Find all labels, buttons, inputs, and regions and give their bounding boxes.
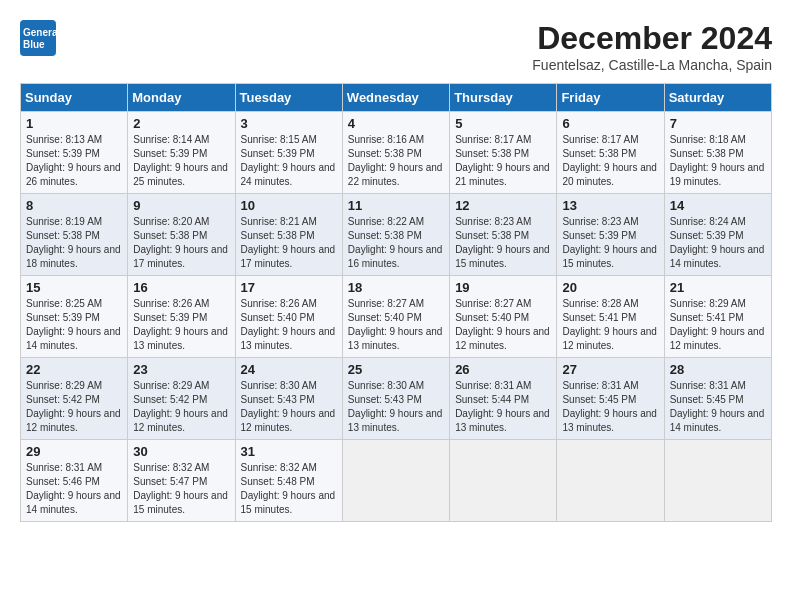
day-number: 21	[670, 280, 766, 295]
col-tuesday: Tuesday	[235, 84, 342, 112]
day-number: 24	[241, 362, 337, 377]
calendar-cell: 17 Sunrise: 8:26 AMSunset: 5:40 PMDaylig…	[235, 276, 342, 358]
calendar-cell: 4 Sunrise: 8:16 AMSunset: 5:38 PMDayligh…	[342, 112, 449, 194]
day-number: 29	[26, 444, 122, 459]
calendar-cell: 18 Sunrise: 8:27 AMSunset: 5:40 PMDaylig…	[342, 276, 449, 358]
cell-info: Sunrise: 8:27 AMSunset: 5:40 PMDaylight:…	[455, 297, 551, 353]
day-number: 28	[670, 362, 766, 377]
day-number: 11	[348, 198, 444, 213]
day-number: 30	[133, 444, 229, 459]
day-number: 20	[562, 280, 658, 295]
cell-info: Sunrise: 8:32 AMSunset: 5:48 PMDaylight:…	[241, 461, 337, 517]
calendar-cell: 2 Sunrise: 8:14 AMSunset: 5:39 PMDayligh…	[128, 112, 235, 194]
calendar-cell: 25 Sunrise: 8:30 AMSunset: 5:43 PMDaylig…	[342, 358, 449, 440]
day-number: 31	[241, 444, 337, 459]
col-wednesday: Wednesday	[342, 84, 449, 112]
calendar-week-2: 8 Sunrise: 8:19 AMSunset: 5:38 PMDayligh…	[21, 194, 772, 276]
cell-info: Sunrise: 8:17 AMSunset: 5:38 PMDaylight:…	[455, 133, 551, 189]
cell-info: Sunrise: 8:29 AMSunset: 5:42 PMDaylight:…	[26, 379, 122, 435]
col-sunday: Sunday	[21, 84, 128, 112]
calendar-cell: 13 Sunrise: 8:23 AMSunset: 5:39 PMDaylig…	[557, 194, 664, 276]
calendar-cell: 1 Sunrise: 8:13 AMSunset: 5:39 PMDayligh…	[21, 112, 128, 194]
calendar-table: Sunday Monday Tuesday Wednesday Thursday…	[20, 83, 772, 522]
day-number: 19	[455, 280, 551, 295]
day-number: 12	[455, 198, 551, 213]
location: Fuentelsaz, Castille-La Mancha, Spain	[532, 57, 772, 73]
calendar-week-5: 29 Sunrise: 8:31 AMSunset: 5:46 PMDaylig…	[21, 440, 772, 522]
calendar-cell: 7 Sunrise: 8:18 AMSunset: 5:38 PMDayligh…	[664, 112, 771, 194]
day-number: 18	[348, 280, 444, 295]
calendar-cell: 23 Sunrise: 8:29 AMSunset: 5:42 PMDaylig…	[128, 358, 235, 440]
calendar-cell: 28 Sunrise: 8:31 AMSunset: 5:45 PMDaylig…	[664, 358, 771, 440]
calendar-cell: 6 Sunrise: 8:17 AMSunset: 5:38 PMDayligh…	[557, 112, 664, 194]
svg-text:General: General	[23, 27, 56, 38]
cell-info: Sunrise: 8:28 AMSunset: 5:41 PMDaylight:…	[562, 297, 658, 353]
day-number: 27	[562, 362, 658, 377]
title-block: December 2024 Fuentelsaz, Castille-La Ma…	[532, 20, 772, 73]
col-thursday: Thursday	[450, 84, 557, 112]
calendar-cell: 14 Sunrise: 8:24 AMSunset: 5:39 PMDaylig…	[664, 194, 771, 276]
day-number: 16	[133, 280, 229, 295]
calendar-header-row: Sunday Monday Tuesday Wednesday Thursday…	[21, 84, 772, 112]
cell-info: Sunrise: 8:13 AMSunset: 5:39 PMDaylight:…	[26, 133, 122, 189]
calendar-cell: 31 Sunrise: 8:32 AMSunset: 5:48 PMDaylig…	[235, 440, 342, 522]
calendar-cell: 22 Sunrise: 8:29 AMSunset: 5:42 PMDaylig…	[21, 358, 128, 440]
day-number: 1	[26, 116, 122, 131]
page-header: General Blue December 2024 Fuentelsaz, C…	[20, 20, 772, 73]
calendar-cell: 24 Sunrise: 8:30 AMSunset: 5:43 PMDaylig…	[235, 358, 342, 440]
cell-info: Sunrise: 8:29 AMSunset: 5:42 PMDaylight:…	[133, 379, 229, 435]
cell-info: Sunrise: 8:25 AMSunset: 5:39 PMDaylight:…	[26, 297, 122, 353]
calendar-week-3: 15 Sunrise: 8:25 AMSunset: 5:39 PMDaylig…	[21, 276, 772, 358]
day-number: 26	[455, 362, 551, 377]
cell-info: Sunrise: 8:26 AMSunset: 5:40 PMDaylight:…	[241, 297, 337, 353]
calendar-cell: 21 Sunrise: 8:29 AMSunset: 5:41 PMDaylig…	[664, 276, 771, 358]
calendar-cell: 19 Sunrise: 8:27 AMSunset: 5:40 PMDaylig…	[450, 276, 557, 358]
day-number: 15	[26, 280, 122, 295]
calendar-cell: 15 Sunrise: 8:25 AMSunset: 5:39 PMDaylig…	[21, 276, 128, 358]
cell-info: Sunrise: 8:31 AMSunset: 5:46 PMDaylight:…	[26, 461, 122, 517]
day-number: 17	[241, 280, 337, 295]
calendar-cell: 30 Sunrise: 8:32 AMSunset: 5:47 PMDaylig…	[128, 440, 235, 522]
day-number: 25	[348, 362, 444, 377]
logo: General Blue	[20, 20, 56, 56]
day-number: 7	[670, 116, 766, 131]
calendar-cell: 9 Sunrise: 8:20 AMSunset: 5:38 PMDayligh…	[128, 194, 235, 276]
calendar-cell: 16 Sunrise: 8:26 AMSunset: 5:39 PMDaylig…	[128, 276, 235, 358]
day-number: 10	[241, 198, 337, 213]
cell-info: Sunrise: 8:19 AMSunset: 5:38 PMDaylight:…	[26, 215, 122, 271]
cell-info: Sunrise: 8:22 AMSunset: 5:38 PMDaylight:…	[348, 215, 444, 271]
cell-info: Sunrise: 8:15 AMSunset: 5:39 PMDaylight:…	[241, 133, 337, 189]
day-number: 23	[133, 362, 229, 377]
calendar-week-4: 22 Sunrise: 8:29 AMSunset: 5:42 PMDaylig…	[21, 358, 772, 440]
cell-info: Sunrise: 8:32 AMSunset: 5:47 PMDaylight:…	[133, 461, 229, 517]
calendar-cell: 3 Sunrise: 8:15 AMSunset: 5:39 PMDayligh…	[235, 112, 342, 194]
day-number: 6	[562, 116, 658, 131]
cell-info: Sunrise: 8:27 AMSunset: 5:40 PMDaylight:…	[348, 297, 444, 353]
cell-info: Sunrise: 8:18 AMSunset: 5:38 PMDaylight:…	[670, 133, 766, 189]
day-number: 13	[562, 198, 658, 213]
cell-info: Sunrise: 8:14 AMSunset: 5:39 PMDaylight:…	[133, 133, 229, 189]
cell-info: Sunrise: 8:20 AMSunset: 5:38 PMDaylight:…	[133, 215, 229, 271]
col-friday: Friday	[557, 84, 664, 112]
calendar-week-1: 1 Sunrise: 8:13 AMSunset: 5:39 PMDayligh…	[21, 112, 772, 194]
cell-info: Sunrise: 8:30 AMSunset: 5:43 PMDaylight:…	[348, 379, 444, 435]
cell-info: Sunrise: 8:24 AMSunset: 5:39 PMDaylight:…	[670, 215, 766, 271]
cell-info: Sunrise: 8:21 AMSunset: 5:38 PMDaylight:…	[241, 215, 337, 271]
calendar-cell: 27 Sunrise: 8:31 AMSunset: 5:45 PMDaylig…	[557, 358, 664, 440]
cell-info: Sunrise: 8:26 AMSunset: 5:39 PMDaylight:…	[133, 297, 229, 353]
day-number: 8	[26, 198, 122, 213]
calendar-cell: 26 Sunrise: 8:31 AMSunset: 5:44 PMDaylig…	[450, 358, 557, 440]
day-number: 9	[133, 198, 229, 213]
calendar-cell: 8 Sunrise: 8:19 AMSunset: 5:38 PMDayligh…	[21, 194, 128, 276]
logo-icon: General Blue	[20, 20, 56, 56]
calendar-cell	[342, 440, 449, 522]
cell-info: Sunrise: 8:31 AMSunset: 5:45 PMDaylight:…	[562, 379, 658, 435]
calendar-cell: 12 Sunrise: 8:23 AMSunset: 5:38 PMDaylig…	[450, 194, 557, 276]
svg-rect-0	[20, 20, 56, 56]
day-number: 5	[455, 116, 551, 131]
calendar-cell	[450, 440, 557, 522]
day-number: 2	[133, 116, 229, 131]
cell-info: Sunrise: 8:23 AMSunset: 5:39 PMDaylight:…	[562, 215, 658, 271]
col-monday: Monday	[128, 84, 235, 112]
col-saturday: Saturday	[664, 84, 771, 112]
